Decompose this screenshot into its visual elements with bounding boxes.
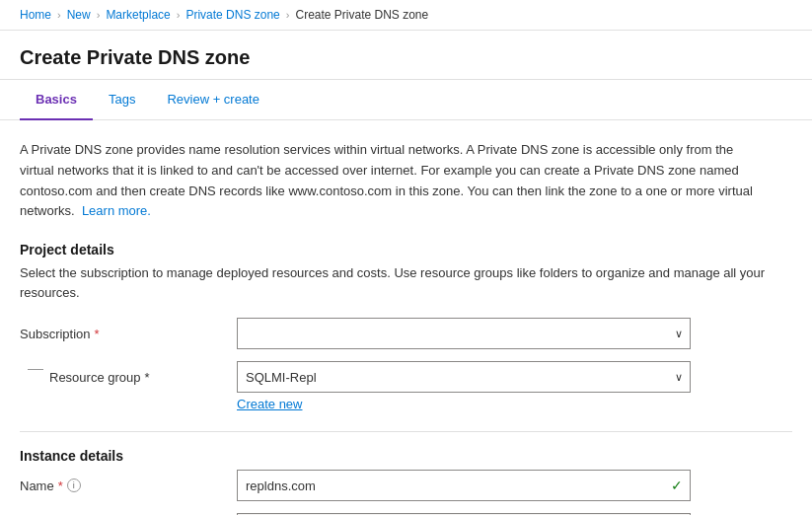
resource-group-select[interactable]: SQLMI-Repl xyxy=(237,361,691,393)
breadcrumb-sep-2: › xyxy=(97,9,101,21)
breadcrumb-sep-4: › xyxy=(286,9,290,21)
create-new-link[interactable]: Create new xyxy=(237,397,792,411)
breadcrumb: Home › New › Marketplace › Private DNS z… xyxy=(0,0,812,31)
breadcrumb-marketplace[interactable]: Marketplace xyxy=(106,8,170,22)
breadcrumb-current: Create Private DNS zone xyxy=(295,8,428,22)
indent-connector xyxy=(20,361,49,370)
section-divider xyxy=(20,431,792,432)
page-title: Create Private DNS zone xyxy=(20,46,792,69)
tab-tags[interactable]: Tags xyxy=(93,80,151,120)
name-input[interactable] xyxy=(237,470,691,501)
breadcrumb-new[interactable]: New xyxy=(67,8,91,22)
resource-group-row: Resource group * SQLMI-Repl ∨ xyxy=(20,361,792,393)
resource-group-label: Resource group * xyxy=(49,370,237,385)
name-info-icon[interactable]: i xyxy=(67,478,81,492)
learn-more-link[interactable]: Learn more. xyxy=(82,203,151,218)
breadcrumb-private-dns[interactable]: Private DNS zone xyxy=(185,8,279,22)
resource-group-inner: Resource group * SQLMI-Repl ∨ xyxy=(49,361,792,393)
rg-required: * xyxy=(145,370,150,385)
subscription-select[interactable] xyxy=(237,318,691,349)
indent-line xyxy=(28,369,43,370)
project-details-header: Project details xyxy=(20,242,792,258)
tab-review-create[interactable]: Review + create xyxy=(151,80,275,120)
project-details-section: Project details Select the subscription … xyxy=(20,242,792,411)
name-control: ✓ xyxy=(237,470,691,501)
name-row: Name * i ✓ xyxy=(20,470,792,501)
page-title-bar: Create Private DNS zone xyxy=(0,31,812,80)
subscription-label: Subscription * xyxy=(20,327,237,341)
tab-basics[interactable]: Basics xyxy=(20,80,93,120)
subscription-control: ∨ xyxy=(237,318,691,349)
resource-group-select-wrapper: SQLMI-Repl ∨ xyxy=(237,361,691,393)
subscription-select-wrapper: ∨ xyxy=(237,318,691,349)
instance-details-header: Instance details xyxy=(20,448,792,464)
name-required: * xyxy=(58,478,63,493)
resource-group-value: SQLMI-Repl xyxy=(246,370,317,385)
breadcrumb-home[interactable]: Home xyxy=(20,8,51,22)
project-details-sub: Select the subscription to manage deploy… xyxy=(20,263,792,302)
breadcrumb-sep-1: › xyxy=(57,9,61,21)
resource-group-control: SQLMI-Repl ∨ xyxy=(237,361,691,393)
breadcrumb-sep-3: › xyxy=(177,9,181,21)
name-check-icon: ✓ xyxy=(671,478,683,493)
subscription-row: Subscription * ∨ xyxy=(20,318,792,349)
description-text: A Private DNS zone provides name resolut… xyxy=(20,140,770,222)
subscription-required: * xyxy=(95,327,100,341)
name-label: Name * i xyxy=(20,478,237,493)
instance-details-section: Instance details Name * i ✓ Resource gro… xyxy=(20,448,792,515)
name-input-wrapper: ✓ xyxy=(237,470,691,501)
main-content: A Private DNS zone provides name resolut… xyxy=(0,120,812,515)
tabs-bar: Basics Tags Review + create xyxy=(0,80,812,120)
